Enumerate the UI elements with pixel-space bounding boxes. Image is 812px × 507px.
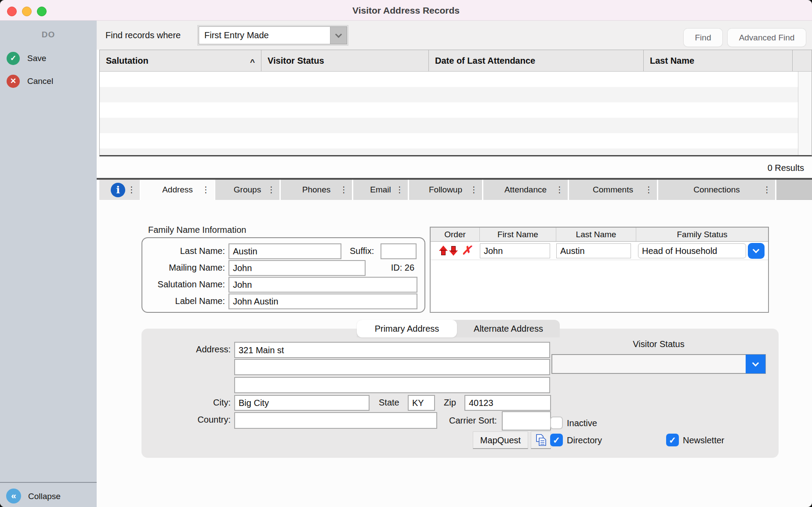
newsletter-label: Newsletter	[683, 434, 724, 447]
results-table-scrollbar[interactable]	[798, 72, 812, 155]
column-header-order: Order	[431, 228, 480, 241]
tab-groups[interactable]: Groups⋮	[215, 180, 279, 200]
find-button[interactable]: Find	[684, 29, 722, 47]
tab-options-icon[interactable]: ⋮	[763, 180, 771, 200]
chevron-down-icon	[752, 359, 759, 366]
column-header-date-of-last-attendance[interactable]: Date of Last Attendance	[429, 50, 644, 71]
copy-address-button[interactable]	[531, 431, 551, 449]
zip-label: Zip	[444, 398, 456, 408]
save-check-icon: ✓	[7, 52, 20, 65]
find-records-where-label: Find records where	[105, 21, 181, 50]
address-tab-group: Primary Address Alternate Address	[357, 320, 560, 337]
mailing-name-label: Mailing Name:	[145, 263, 225, 273]
first-name-cell: John	[480, 243, 556, 258]
member-first-name-field[interactable]: John	[480, 243, 550, 258]
table-row	[100, 102, 812, 118]
country-field[interactable]	[234, 412, 437, 429]
carrier-sort-field[interactable]	[502, 411, 551, 431]
cancel-button[interactable]: ✕ Cancel	[0, 73, 97, 89]
tab-phones[interactable]: Phones⋮	[281, 180, 352, 200]
label-name-field[interactable]: John Austin	[228, 293, 417, 309]
find-bar: Find records where First Entry Made Find…	[97, 21, 812, 50]
column-header-salutation[interactable]: Salutation ^	[100, 50, 261, 71]
country-label: Country:	[197, 415, 231, 425]
tab-options-icon[interactable]: ⋮	[267, 180, 276, 200]
tab-options-icon[interactable]: ⋮	[340, 180, 348, 200]
tab-options-icon[interactable]: ⋮	[555, 180, 564, 200]
results-count: 0 Results	[768, 158, 804, 178]
move-up-icon[interactable]	[439, 246, 448, 256]
tab-followup[interactable]: Followup⋮	[409, 180, 482, 200]
state-label: State	[379, 398, 399, 408]
address-line3-field[interactable]	[234, 377, 550, 393]
address-tab-content: Family Name Information Last Name: Austi…	[97, 200, 812, 507]
results-table-header: Salutation ^ Visitor Status Date of Last…	[100, 50, 812, 72]
sidebar-heading: DO	[0, 30, 97, 40]
visitor-status-label: Visitor Status	[551, 339, 766, 349]
column-header-spacer	[793, 50, 812, 71]
tab-address[interactable]: Address⋮	[141, 180, 214, 200]
tab-alternate-address[interactable]: Alternate Address	[457, 320, 560, 337]
collapse-sidebar-button[interactable]: « Collapse	[0, 485, 97, 507]
tab-options-icon[interactable]: ⋮	[202, 180, 210, 200]
record-tab-bar: i ⋮ Address⋮ Groups⋮ Phones⋮ Email⋮ Foll…	[97, 178, 812, 200]
inactive-checkbox[interactable]	[550, 416, 563, 429]
city-field[interactable]: Big City	[234, 395, 370, 411]
address-line1-field[interactable]: 321 Main st	[234, 342, 550, 358]
find-field-dropdown-button[interactable]	[330, 27, 347, 44]
find-field-dropdown-value: First Entry Made	[204, 27, 269, 44]
suffix-label: Suffix:	[350, 246, 374, 256]
tab-bar-filler	[776, 180, 812, 200]
collapse-chevrons-icon: «	[6, 489, 21, 503]
directory-checkbox[interactable]	[550, 434, 563, 446]
mailing-name-field[interactable]: John	[228, 260, 366, 276]
table-row	[100, 118, 812, 133]
tab-email[interactable]: Email⋮	[353, 180, 408, 200]
column-header-first-name: First Name	[480, 228, 556, 241]
cancel-label: Cancel	[27, 73, 53, 89]
family-status-field[interactable]: Head of Household	[638, 243, 746, 258]
inactive-checkbox-row: Inactive	[550, 416, 638, 430]
zip-field[interactable]: 40123	[464, 395, 551, 411]
family-status-dropdown-button[interactable]	[748, 243, 765, 259]
column-header-last-name[interactable]: Last Name	[644, 50, 793, 71]
find-field-dropdown[interactable]: First Entry Made	[199, 26, 347, 44]
tab-options-icon[interactable]: ⋮	[127, 180, 136, 200]
visitor-status-field[interactable]	[551, 354, 766, 374]
tab-attendance[interactable]: Attendance⋮	[483, 180, 568, 200]
tab-options-icon[interactable]: ⋮	[470, 180, 478, 200]
visitor-status-dropdown-button[interactable]	[746, 355, 765, 373]
last-name-field[interactable]: Austin	[228, 243, 341, 259]
chevron-down-icon	[335, 31, 342, 38]
advanced-find-button[interactable]: Advanced Find	[728, 29, 806, 47]
tab-options-icon[interactable]: ⋮	[395, 180, 404, 200]
address-line2-field[interactable]	[234, 359, 550, 375]
last-name-cell: Austin	[556, 243, 636, 258]
tab-primary-address[interactable]: Primary Address	[357, 320, 457, 337]
tab-info[interactable]: i ⋮	[99, 180, 140, 200]
tab-connections[interactable]: Connections⋮	[658, 180, 775, 200]
copy-documents-icon	[535, 434, 547, 447]
mapquest-button[interactable]: MapQuest	[473, 431, 528, 449]
salutation-name-field[interactable]: John	[228, 277, 417, 293]
address-label: Address:	[196, 344, 231, 355]
family-name-information-heading: Family Name Information	[148, 225, 246, 235]
info-icon: i	[111, 183, 125, 197]
suffix-field[interactable]	[381, 243, 417, 259]
salutation-name-label: Salutation Name:	[145, 279, 225, 290]
app-window: Visitor Address Records DO ✓ Save ✕ Canc…	[0, 0, 812, 507]
column-header-visitor-status[interactable]: Visitor Status	[261, 50, 429, 71]
table-row	[100, 72, 812, 87]
state-field[interactable]: KY	[408, 395, 435, 411]
last-name-label: Last Name:	[145, 246, 225, 256]
tab-options-icon[interactable]: ⋮	[645, 180, 653, 200]
save-button[interactable]: ✓ Save	[0, 51, 97, 66]
move-down-icon[interactable]	[449, 246, 458, 256]
chevron-down-icon	[753, 246, 760, 253]
delete-member-icon[interactable]: ✗	[462, 246, 472, 256]
member-last-name-field[interactable]: Austin	[556, 243, 631, 258]
newsletter-checkbox[interactable]	[666, 434, 679, 446]
tab-comments[interactable]: Comments⋮	[569, 180, 657, 200]
primary-address-panel: Address: 321 Main st City: Big City Stat…	[141, 329, 779, 458]
directory-checkbox-row: Directory	[550, 434, 638, 447]
